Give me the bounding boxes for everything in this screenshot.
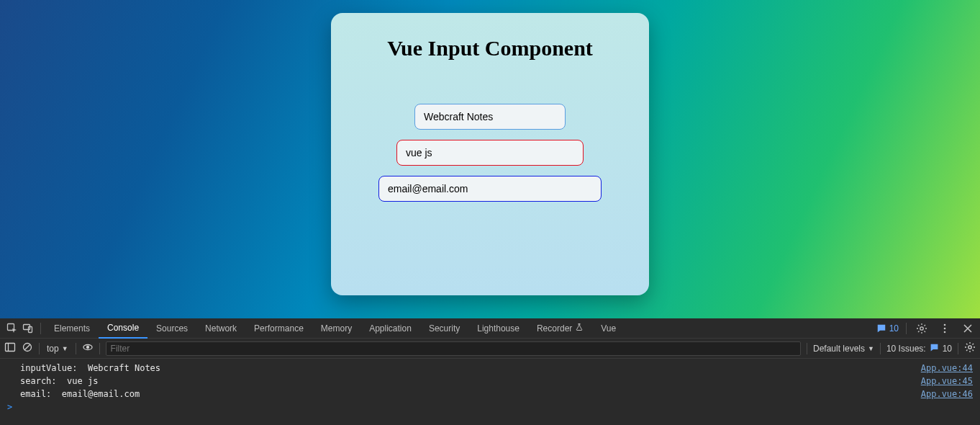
levels-selector[interactable]: Default levels ▼ (813, 344, 874, 354)
log-row: search: vue js App.vue:45 (0, 375, 980, 388)
log-row: inputValue: Webcraft Notes App.vue:44 (0, 362, 980, 375)
tabbar-right-cluster: 10 (876, 321, 976, 336)
tab-performance[interactable]: Performance (245, 318, 312, 339)
console-body: inputValue: Webcraft Notes App.vue:44 se… (0, 359, 980, 425)
svg-point-4 (944, 323, 946, 326)
log-message: search: vue js (20, 375, 921, 387)
svg-point-13 (968, 346, 971, 349)
console-prompt[interactable]: > (0, 401, 980, 413)
tab-console[interactable]: Console (99, 318, 148, 339)
divider (906, 323, 907, 334)
card-title: Vue Input Component (387, 36, 593, 61)
log-source-link[interactable]: App.vue:46 (921, 388, 973, 400)
svg-point-5 (944, 327, 946, 329)
filter-input[interactable] (106, 341, 801, 356)
input-error[interactable] (396, 140, 584, 166)
context-label: top (47, 344, 59, 354)
live-expression-icon[interactable] (82, 341, 94, 355)
tab-recorder[interactable]: Recorder (528, 318, 592, 339)
context-selector[interactable]: top ▼ (45, 341, 70, 356)
tab-vue[interactable]: Vue (592, 318, 625, 339)
chat-icon (930, 343, 939, 354)
divider (807, 343, 807, 354)
tab-security[interactable]: Security (420, 318, 468, 339)
close-icon[interactable] (960, 321, 976, 336)
svg-point-6 (944, 331, 946, 333)
issues-link[interactable]: 10 Issues: 10 (886, 343, 952, 354)
log-source-link[interactable]: App.vue:45 (921, 375, 973, 387)
demo-card: Vue Input Component (331, 13, 649, 295)
console-toolbar: top ▼ Default levels ▼ 10 Issues: 10 (0, 339, 980, 359)
log-message: email: email@email.com (20, 388, 921, 400)
svg-point-3 (920, 326, 923, 329)
device-toolbar-icon[interactable] (20, 321, 36, 336)
divider (39, 343, 40, 354)
log-source-link[interactable]: App.vue:44 (921, 362, 973, 374)
tab-recorder-label: Recorder (537, 323, 572, 334)
more-icon[interactable] (937, 321, 953, 336)
tab-application[interactable]: Application (360, 318, 420, 339)
divider (76, 343, 76, 354)
clear-console-icon[interactable] (22, 341, 33, 355)
divider (880, 343, 881, 354)
divider (99, 343, 100, 354)
log-message: inputValue: Webcraft Notes (20, 362, 921, 374)
prompt-caret: > (7, 402, 12, 412)
issues-count: 10 (943, 344, 952, 354)
divider (40, 323, 41, 334)
input-success[interactable] (378, 176, 602, 202)
chevron-down-icon: ▼ (62, 345, 68, 352)
tab-elements[interactable]: Elements (45, 318, 99, 339)
console-settings-icon[interactable] (964, 341, 976, 355)
devtools-panel: Elements Console Sources Network Perform… (0, 318, 980, 425)
flask-icon (575, 323, 584, 334)
svg-point-12 (86, 346, 89, 349)
chevron-down-icon: ▼ (868, 345, 874, 352)
input-default[interactable] (414, 104, 566, 130)
tab-lighthouse[interactable]: Lighthouse (468, 318, 528, 339)
log-row: email: email@email.com App.vue:46 (0, 388, 980, 401)
tab-network[interactable]: Network (196, 318, 245, 339)
messages-badge[interactable]: 10 (876, 323, 899, 334)
issues-label: 10 Issues: (886, 344, 926, 354)
svg-rect-7 (6, 344, 15, 352)
tab-sources[interactable]: Sources (148, 318, 196, 339)
app-viewport: Vue Input Component (0, 0, 980, 318)
divider (958, 343, 958, 354)
messages-count: 10 (889, 323, 899, 334)
settings-icon[interactable] (914, 321, 930, 336)
tab-memory[interactable]: Memory (312, 318, 360, 339)
levels-label: Default levels (813, 344, 865, 354)
inspect-icon[interactable] (4, 321, 20, 336)
svg-line-10 (24, 344, 30, 350)
sidebar-toggle-icon[interactable] (4, 341, 16, 355)
devtools-tabbar: Elements Console Sources Network Perform… (0, 318, 980, 339)
